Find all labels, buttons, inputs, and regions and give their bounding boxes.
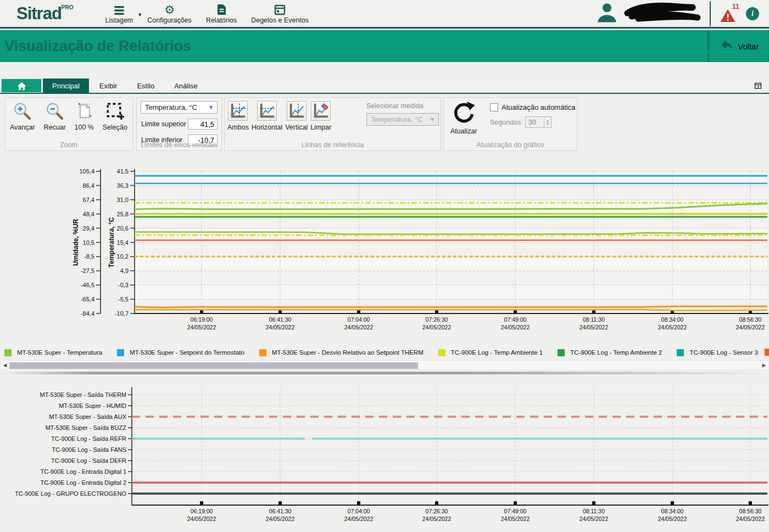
group-label-update: Atualização do gráfico [444, 141, 577, 149]
legend-item[interactable]: TC-900E Log - Temp Ambiente 2 [558, 349, 662, 356]
y-tick-label: 29,4 [83, 225, 94, 232]
reference-measure-select[interactable]: Temperatura, °C ▼ [366, 113, 439, 126]
humidity-axis-title: Umidade, %UR [72, 219, 80, 266]
measure-select[interactable]: Temperatura, °C ▼ [141, 101, 218, 114]
legend-swatch [117, 349, 124, 356]
legend-swatch [4, 349, 12, 356]
y-tick-label: 10,2 [117, 253, 129, 260]
list-icon [113, 3, 125, 15]
menu-listagem[interactable]: Listagem ▼ [98, 0, 141, 27]
tab-analise[interactable]: Análise [165, 79, 207, 93]
digital-outputs-chart[interactable]: MT-530E Super - Saída THERMMT-530E Super… [0, 379, 769, 532]
chart-legend: MT-530E Super - TemperaturaMT-530E Super… [0, 346, 769, 359]
category-label: MT-530E Super - Saída THERM [40, 391, 126, 398]
ref-clear-button[interactable]: Limpar [310, 101, 331, 131]
menu-configuracoes[interactable]: ⚙ Configurações [140, 0, 199, 27]
ref-both-button[interactable]: Ambos [227, 101, 249, 131]
alerts-button[interactable]: 11 [720, 4, 738, 23]
temperature-axis-title: Temperatura, °C [108, 217, 115, 267]
legend-item[interactable]: MT-530E Super - Temperatura [4, 349, 102, 356]
chart-eraser-icon [311, 101, 331, 121]
x-tick-time: 06:41:30 [269, 508, 292, 514]
ref-vertical-button[interactable]: Vertical [285, 101, 308, 131]
magnifier-plus-icon [13, 102, 32, 121]
category-label: TC-900E Log - Saída FANS [52, 446, 126, 453]
group-label-zoom: Zoom [5, 141, 132, 149]
legend-label: TC-900E Log - Sensor 3 [689, 349, 758, 356]
calendar-icon [274, 3, 286, 15]
zoom-out-button[interactable]: Recuar [42, 100, 67, 132]
y-tick-label: -27,5 [81, 267, 94, 274]
user-icon [595, 1, 618, 26]
auto-update-checkbox[interactable]: Atualização automática [490, 103, 575, 111]
category-label: MT-530E Super - Saída AUX [49, 413, 126, 420]
group-reference-lines: Ambos Horizontal Vertical Limpar [224, 97, 441, 151]
legend-item[interactable]: TC-900E Log - Temp Ambiente 1 [438, 349, 543, 356]
x-tick-date: 24/05/2022 [344, 516, 374, 522]
spinner-arrows[interactable]: ▲▼ [544, 117, 551, 127]
y-tick-label: 105,4 [79, 168, 94, 175]
brand-pro: PRO [62, 4, 74, 10]
legend-label: MT-530E Super - Setpoint do Termostato [130, 349, 244, 356]
zoom-100-button[interactable]: 100 % [73, 100, 96, 132]
tab-principal[interactable]: Principal [43, 79, 89, 93]
group-chart-update: Atualizar Atualização automática Segundo… [443, 97, 577, 151]
horizontal-scrollbar[interactable]: ◀ ▶ [0, 360, 769, 370]
menu-relatorios[interactable]: Relatórios [199, 0, 244, 27]
x-tick-time: 06:19:00 [191, 316, 213, 323]
legend-swatch [765, 349, 769, 356]
x-tick-date: 24/05/2022 [187, 516, 216, 522]
update-button[interactable]: Atualizar [450, 101, 477, 135]
back-button[interactable]: Voltar [707, 30, 769, 62]
legend-label: TC-900E Log - Temp Ambiente 1 [451, 349, 543, 356]
magnifier-minus-icon [45, 102, 64, 121]
x-tick-time: 08:34:00 [661, 508, 684, 514]
user-area[interactable]: 11 i [595, 0, 769, 27]
x-tick-time: 08:11:30 [583, 316, 605, 323]
legend-item[interactable]: MT-530E Super - Setpoint do Termostato [117, 349, 244, 356]
legend-item[interactable]: TC-900E Log - Sensor 3 [677, 349, 758, 356]
home-button[interactable] [1, 79, 42, 93]
y-tick-label: -84,4 [81, 310, 94, 317]
scroll-right-arrow[interactable]: ▶ [760, 361, 768, 369]
y-tick-label: 48,4 [83, 211, 94, 217]
legend-label: MT-530E Super - Temperatura [17, 349, 102, 356]
scrollbar-thumb[interactable] [9, 362, 418, 369]
zoom-in-button[interactable]: Avançar [8, 100, 37, 132]
y-tick-label: 36,3 [117, 182, 129, 189]
legend-swatch [558, 349, 565, 356]
select-measure-label: Selecionar medida [366, 102, 439, 110]
x-tick-marker [200, 501, 203, 505]
refresh-icon [451, 101, 476, 125]
section-divider [0, 372, 769, 374]
temperature-humidity-chart[interactable]: 105,486,467,448,429,410,5-8,5-27,5-46,5-… [0, 154, 769, 346]
x-tick-marker [514, 501, 517, 505]
ribbon: Avançar Recuar 100 % Seleção Zoom Temper… [0, 94, 769, 154]
page-header: Visualização de Relatórios Voltar [0, 30, 769, 62]
y-tick-label: -5,5 [118, 296, 129, 303]
checkbox-unchecked[interactable] [490, 103, 498, 111]
scroll-left-arrow[interactable]: ◀ [1, 361, 9, 369]
tab-exibir[interactable]: Exibir [90, 79, 127, 93]
upper-limit-input[interactable] [188, 119, 218, 130]
x-tick-time: 07:26:30 [426, 316, 448, 323]
legend-label: TC-900E Log - Temp Ambiente 2 [570, 349, 662, 356]
x-tick-date: 24/05/2022 [422, 516, 452, 522]
collapse-ribbon-icon[interactable] [754, 79, 762, 93]
info-icon[interactable]: i [746, 7, 759, 20]
category-label: MT-530E Super - HUMID [59, 402, 126, 409]
legend-item[interactable] [765, 349, 769, 356]
legend-item[interactable]: MT-530E Super - Desvio Relativo ao Setpo… [259, 349, 423, 356]
seconds-label: Segundos: [490, 119, 523, 126]
app-logo[interactable]: SitradPRO [16, 5, 74, 22]
zoom-selection-button[interactable]: Seleção [101, 100, 129, 132]
menu-degelos-eventos[interactable]: Degelos e Eventos [244, 0, 316, 27]
seconds-spinner[interactable]: 30 ▲▼ [525, 116, 551, 128]
page-title: Visualização de Relatórios [4, 38, 191, 55]
x-tick-marker [671, 501, 674, 505]
tab-estilo[interactable]: Estilo [127, 79, 164, 93]
x-tick-marker [278, 501, 282, 505]
selection-rect-icon [105, 102, 125, 121]
legend-swatch [259, 349, 266, 356]
ref-horizontal-button[interactable]: Horizontal [252, 101, 282, 131]
